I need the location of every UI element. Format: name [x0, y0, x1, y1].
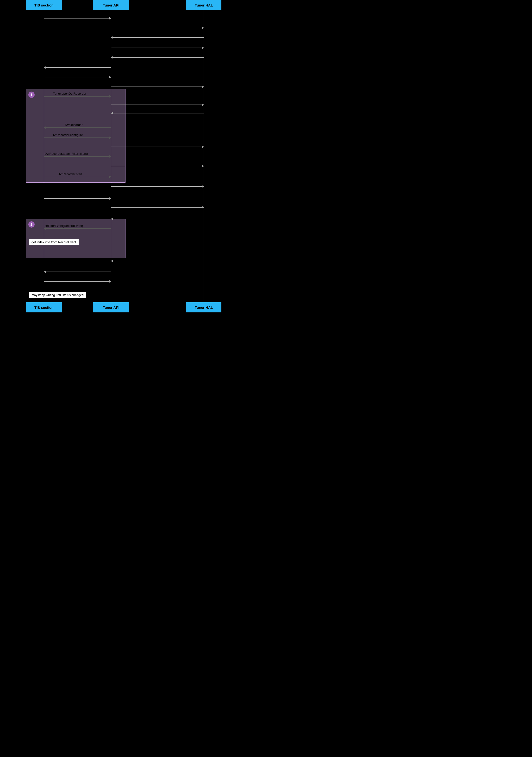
arrow-3: [111, 37, 204, 38]
arrow-1: [44, 18, 111, 18]
arrow-8: [111, 86, 204, 87]
box-label-get-index: get index info from RecordEvent: [29, 239, 79, 245]
arrow-17: [44, 177, 111, 177]
arrow-21: [111, 219, 204, 219]
lifeline-header-bottom-tunerapi: Tuner API: [93, 302, 129, 313]
arrow-9: [44, 96, 111, 97]
arrow-22: [44, 228, 111, 229]
arrow-15: [44, 156, 111, 157]
arrow-19: [44, 198, 111, 199]
fragment-1-number: 1: [28, 92, 35, 98]
fragment-2-number: 2: [28, 221, 35, 227]
arrow-4: [111, 47, 204, 48]
arrow-9-label: Tuner.openDvrRecorder: [53, 92, 86, 95]
arrow-5: [111, 57, 204, 58]
arrow-23: [111, 261, 204, 261]
arrow-10: [111, 105, 204, 105]
arrow-7: [44, 77, 111, 77]
box-label-keep-writing: may keep writing until status changed: [29, 292, 86, 298]
arrow-15-label: DvrRecorder.attachFilter(filters): [45, 152, 88, 156]
arrow-13: [44, 137, 111, 138]
arrow-6: [44, 67, 111, 68]
arrow-16: [111, 166, 204, 166]
arrow-12: [44, 127, 111, 128]
arrow-13-label: DvrRecorder.configure: [52, 133, 83, 137]
arrow-20: [111, 207, 204, 208]
lifeline-header-tunerhal: Tuner HAL: [186, 0, 221, 10]
arrow-25: [44, 281, 111, 282]
lifeline-header-bottom-tunerhal: Tuner HAL: [186, 302, 221, 313]
arrow-18: [111, 186, 204, 187]
arrow-17-label: DvrRecorder.start: [58, 172, 82, 176]
sequence-diagram: 1 2 TIS section Tuner API Tuner HAL: [0, 0, 221, 313]
arrow-22-label: onFilterEvent(RecordEvent): [45, 224, 83, 227]
lifeline-header-tunerapi: Tuner API: [93, 0, 129, 10]
lifeline-header-tis: TIS section: [26, 0, 62, 10]
arrow-12-label: DvrRecorder: [65, 123, 83, 127]
arrow-11: [111, 113, 204, 113]
arrow-2: [111, 28, 204, 28]
lifeline-tunerhal-line: [203, 10, 204, 302]
arrow-14: [111, 147, 204, 147]
lifeline-header-bottom-tis: TIS section: [26, 302, 62, 313]
arrow-24: [44, 272, 111, 272]
